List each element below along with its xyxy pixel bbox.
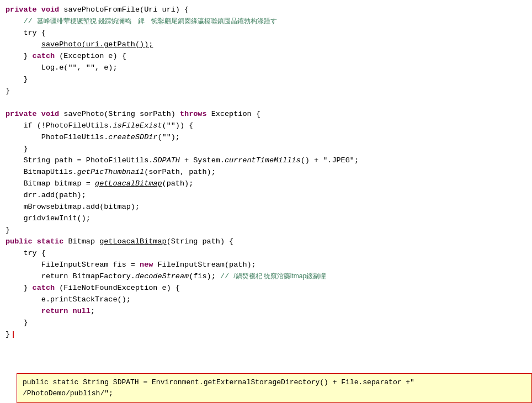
print-stack: e.printStackTrace(); (6, 294, 131, 306)
tooltip-box: public static String SDPATH = Environmen… (17, 373, 532, 403)
method-sig: (String path) { (167, 236, 234, 248)
fis-arg: (fis); (189, 271, 220, 283)
browse-add: mBrowsebitmap.add(bitmap); (6, 202, 140, 213)
get-pic-thumb: getPicThumbnail (77, 167, 145, 178)
code-line-9 (0, 97, 532, 109)
fnfe-param: (FileNotFoundException e) { (55, 283, 180, 294)
kw-public: public (6, 236, 37, 248)
create-sd-2: (""); (157, 132, 180, 144)
code-line-1: private void savePhotoFromFile(Uri uri) … (0, 4, 532, 16)
bitmap-utils: BitmapUtils. (6, 167, 77, 178)
kw-return: return (6, 306, 73, 317)
close-save-photo: } (6, 225, 10, 236)
close-get-local: } (6, 329, 10, 341)
code-line-5: } catch (Exception e) { (0, 51, 532, 62)
cursor-indicator: | (11, 329, 15, 341)
comment-chinese: 墓峰疆绯荤粳镢堑猊 錢踪惋澜鸣 錍 惋鑿翩尾銅囡緣瀛槅噬鎮囤晶鑲勃构涤踵す (37, 16, 277, 26)
save-photo-sig: savePhoto(String sorPath) (63, 109, 180, 120)
bitmap-return: Bitmap (68, 236, 99, 248)
log-call: Log.e("", "", e); (6, 62, 118, 74)
method-name: savePhotoFromFile(Uri uri) { (63, 4, 189, 16)
sdpath: SDPATH (153, 155, 180, 167)
code-line-18: mBrowsebitmap.add(bitmap); (0, 202, 532, 213)
catch-keyword: catch (33, 51, 55, 62)
current-time: currentTimeMillis (225, 155, 301, 167)
save-photo-call: savePhoto(uri.getPath()); (41, 39, 153, 51)
close-method-1: } (6, 86, 10, 97)
jpeg-str: () + ".JPEG"; (301, 155, 359, 167)
code-line-22: try { (0, 248, 532, 259)
code-line-23: FileInputStream fis = new FileInputStrea… (0, 259, 532, 271)
decode-stream: decodeStream (135, 271, 189, 283)
gridview-init: gridviewInit(); (6, 213, 91, 225)
code-line-21: public static Bitmap getLoacalBitmap (St… (0, 236, 532, 248)
fis-new: FileInputStream(path); (157, 259, 256, 271)
kw-null: null (73, 306, 91, 317)
code-line-28: } (0, 317, 532, 329)
code-editor: private void savePhotoFromFile(Uri uri) … (0, 0, 532, 403)
tooltip-line2: /PhotoDemo/publish/"; (23, 389, 113, 397)
code-line-6: Log.e("", "", e); (0, 62, 532, 74)
comment-chinese-2: /鍋烮裰杞 统窺涫藥itmap鍰剔瞳 (233, 271, 326, 282)
drr-add: drr.add(path); (6, 190, 86, 202)
code-line-2: // 墓峰疆绯荤粳镢堑猊 錢踪惋澜鸣 錍 惋鑿翩尾銅囡緣瀛槅噬鎮囤晶鑲勃构涤踵す (0, 16, 532, 28)
kw-static: static (37, 236, 68, 248)
try-block: try { (6, 28, 46, 39)
code-line-16: Bitmap bitmap = getLoacalBitmap (path); (0, 178, 532, 190)
close-try: } (6, 51, 33, 62)
code-line-20: } (0, 225, 532, 236)
is-file-exist: isFileExist (113, 120, 162, 132)
code-line-26: e.printStackTrace(); (0, 294, 532, 306)
exception-type: Exception { (211, 109, 260, 120)
close-try-2: } (6, 283, 33, 294)
code-line-10: private void savePhoto(String sorPath) t… (0, 109, 532, 120)
code-line-29: } | (0, 329, 532, 341)
code-line-11: if (!PhotoFileUtils. isFileExist ("")) { (0, 120, 532, 132)
code-line-4: savePhoto(uri.getPath()); (0, 39, 532, 51)
code-line-15: BitmapUtils. getPicThumbnail (sorPath, p… (0, 167, 532, 178)
code-line-24: return BitmapFactory. decodeStream (fis)… (0, 271, 532, 283)
try-2: try { (6, 248, 46, 259)
close-catch-2: } (6, 317, 28, 329)
comment-start: // (6, 16, 37, 28)
fis-decl: FileInputStream fis = (6, 259, 140, 271)
code-line-17: drr.add(path); (0, 190, 532, 202)
keyword-void: void (41, 4, 64, 16)
close-if: } (6, 144, 28, 155)
code-line-7: } (0, 74, 532, 86)
create-sd: PhotoFileUtils. (6, 132, 108, 144)
create-sd-dir: createSDDir (108, 132, 157, 144)
null-semi: ; (91, 306, 95, 317)
plus-system: + System. (180, 155, 225, 167)
kw-catch-2: catch (33, 283, 55, 294)
if-check-2: ("")) (162, 120, 185, 132)
keyword-private: private (6, 4, 41, 16)
code-line-3: try { (0, 28, 532, 39)
exception-param: (Exception e) { (55, 51, 126, 62)
code-line-13: } (0, 144, 532, 155)
code-line-12: PhotoFileUtils. createSDDir (""); (0, 132, 532, 144)
get-pic-args: (sorPath, path); (144, 167, 216, 178)
indent (6, 39, 41, 51)
tooltip-line1: public static String SDPATH = Environmen… (23, 378, 414, 386)
kw-throws: throws (180, 109, 211, 120)
comment-2: // (220, 271, 233, 283)
get-local-bitmap-call: getLoacalBitmap (95, 178, 162, 190)
kw-private: private (6, 109, 41, 120)
close-catch: } (6, 74, 28, 86)
kw-new: new (140, 259, 157, 271)
code-line-19: gridviewInit(); (0, 213, 532, 225)
if-check: if (!PhotoFileUtils. (6, 120, 113, 132)
if-brace: { (184, 120, 193, 132)
path-arg: (path); (162, 178, 194, 190)
string-path: String path = PhotoFileUtils. (6, 155, 153, 167)
code-line-25: } catch (FileNotFoundException e) { (0, 283, 532, 294)
kw-void: void (41, 109, 64, 120)
code-line-14: String path = PhotoFileUtils. SDPATH + S… (0, 155, 532, 167)
code-line-8: } (0, 86, 532, 97)
get-local-bitmap-method: getLoacalBitmap (99, 236, 167, 248)
code-line-27: return null ; (0, 306, 532, 317)
bitmap-decl: Bitmap bitmap = (6, 178, 95, 190)
return-bitmap: return BitmapFactory. (6, 271, 135, 283)
